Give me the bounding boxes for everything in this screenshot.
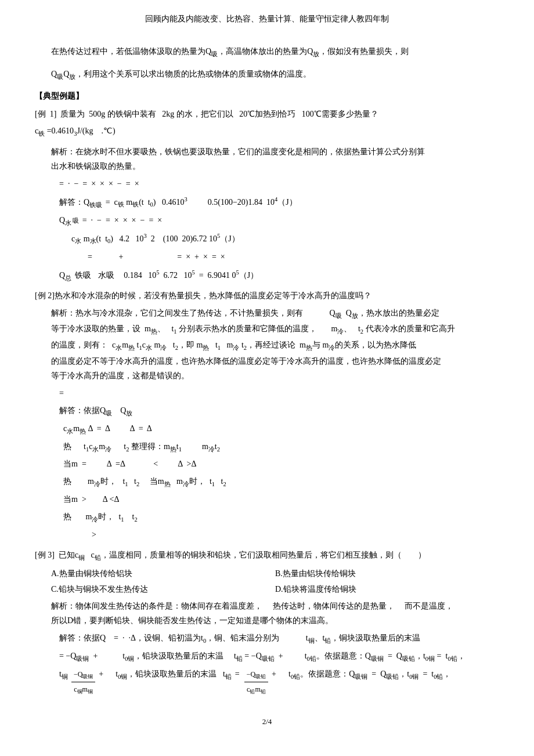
example1-analysis: 解析：在烧水时不但水要吸热，铁锅也要汲取热量，它们的温度变化是相同的，依据热量计… xyxy=(51,144,499,173)
ex2-ans-eq2b: 热 m冷时， t1 t2 当m热 m冷时， t1 t2 xyxy=(59,473,499,490)
example2-answer-block: = 解答：依据Q吸 Q放 c水m热 Δ = Δ Δ = Δ 热 t1c水m冷 t… xyxy=(59,385,499,543)
choice-B: B.热量由铝块传给铜块 xyxy=(275,566,499,581)
example2-analysis: 解析：热水与冷水混杂，它们之间发生了热传达，不计热量损失，则有 Q吸 Q放，热水… xyxy=(51,306,499,383)
ans3-main-row: Q总 铁吸 水吸 0.184 105 6.72 105 = 6.9041 05（… xyxy=(59,266,499,284)
page-number: 2/4 xyxy=(35,715,499,728)
example3-choices: A.热量由铜块传给铝块 B.热量由铝块传给铜块 C.铅块与铜块不发生热传达 D.… xyxy=(51,566,499,596)
ans1-eq-row: = · − = × × × − = × xyxy=(59,176,499,192)
ex2-ans-label: = xyxy=(59,385,499,401)
section-typical-header: 【典型例题】 xyxy=(35,89,499,103)
example1-label: [例 1] 质量为 500g 的铁锅中装有 2kg 的水，把它们以 20℃加热到… xyxy=(35,107,499,121)
choice-A: A.热量由铜块传给铝块 xyxy=(51,566,275,581)
example1-answer-block: = · − = × × × − = × 解答：Q铁吸 = c铁 m铁(t t0)… xyxy=(59,176,499,284)
example3-answer-block: 解答：依据Q = · ·Δ，设铜、铅初温为t0，铜、铅末温分别为 t铜、t铅，铜… xyxy=(59,630,499,697)
example2-label: [例 2]热水和冷水混杂的时候，若没有热量损失，热水降低的温度必定等于冷水高升的… xyxy=(35,288,499,303)
choice-C: C.铅块与铜块不发生热传达 xyxy=(51,582,275,596)
ex2-ans-eq3b: 热 m冷时， t1 t2 xyxy=(59,509,499,526)
ans3-row: = + = × + × = × xyxy=(59,249,499,265)
intro-line2: Q吸Q放，利用这个关系可以求出物质的比热或物体的质量或物体的温度。 xyxy=(35,66,499,83)
c-iron-line: c铁 =0.46103J/(kg .℃) xyxy=(35,124,499,140)
ans1-row: 解答：Q铁吸 = c铁 m铁(t t0) 0.46103 0.5(100−20)… xyxy=(59,193,499,211)
ex3-t-copper-row: t铜 −Q吸铜 c铜m铜 + t0铜，铅块汲取热量后的末温 t铅 = −Q吸铅 … xyxy=(59,666,499,697)
ans2b-row: c水 m水(t t0) 4.2 103 2 (100 20)6.72 105（J… xyxy=(59,230,499,247)
ex2-ans-eq3c: > xyxy=(59,527,499,543)
ex3-ans-eq1: = −Q吸铜 + t0铜，铅块汲取热量后的末温 t铅 = −Q吸铅 + t0铅。… xyxy=(59,648,499,665)
example3-analysis: 解析：物体间发生热传达的条件是：物体间存在着温度差， 热传达时，物体间传达的是热… xyxy=(51,599,499,628)
intro-line1: 在热传达过程中，若低温物体汲取的热量为Q吸，高温物体放出的热量为Q放，假如没有热… xyxy=(35,44,499,60)
choice-D: D.铅块将温度传给铜块 xyxy=(275,582,499,596)
ex2-ans-eq1: c水m热 Δ = Δ Δ = Δ xyxy=(59,421,499,437)
ans2-row: Q水 吸 = · − = × × × − = × xyxy=(59,212,499,229)
ex2-ans-eq3: 当m > Δ <Δ xyxy=(59,491,499,508)
ex3-ans-label: 解答：依据Q = · ·Δ，设铜、铅初温为t0，铜、铅末温分别为 t铜、t铅，铜… xyxy=(59,630,499,647)
example3-label: [例 3] 已知c铜 c铅，温度相同，质量相等的铜块和铅块，它们汲取相同热量后，… xyxy=(35,548,499,564)
page-title: 回顾内能及内能改变、比热容、热量计算、能量守恒定律人教四年制 xyxy=(35,12,499,26)
ex2-ans-eq1b: 热 t1c水m冷 t2 整理得：m热t1 m冷t2 xyxy=(59,439,499,455)
ex2-ans-eq0: 解答：依据Q吸 Q放 xyxy=(59,403,499,419)
ex2-ans-eq2: 当m = Δ =Δ < Δ >Δ xyxy=(59,456,499,472)
